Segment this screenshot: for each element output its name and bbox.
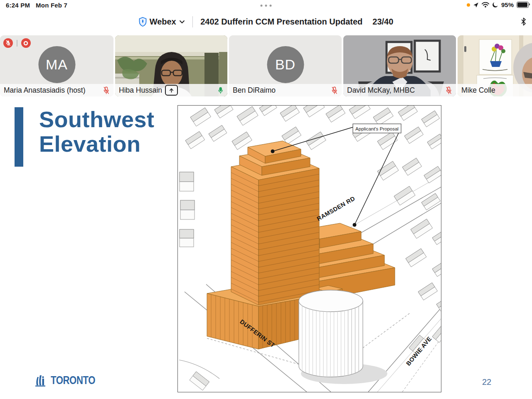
participant-name: David McKay, MHBC <box>347 86 415 95</box>
status-bar: 6:24 PMMon Feb 7 95% <box>0 0 532 12</box>
annotation-label: Applicant's Proposal <box>355 126 399 131</box>
avatar: MA <box>38 46 75 83</box>
participant-tile-david[interactable]: David McKay, MHBC <box>343 35 456 96</box>
participant-name: Maria Anastasiadis (host) <box>4 86 85 95</box>
status-icons: 95% <box>467 1 529 8</box>
slide-title-line2: Elevation <box>39 132 155 156</box>
proposal-tower <box>231 141 319 305</box>
muted-mic-icon <box>445 86 452 95</box>
slide-title-line1: Southwest <box>39 107 155 132</box>
name-bar: David McKay, MHBC <box>343 84 456 96</box>
status-date: Mon Feb 7 <box>36 2 67 9</box>
multitask-grabber-dots-icon[interactable] <box>261 5 272 7</box>
participant-tile-ben[interactable]: BD Ben DiRaimo <box>229 35 342 96</box>
meeting-title: 2402 Dufferin CCM Presentation Updated <box>200 17 362 27</box>
leader-dot-midrise <box>353 223 357 227</box>
meeting-header: Webex 2402 Dufferin CCM Presentation Upd… <box>0 13 532 30</box>
recording-indicator-icon <box>21 38 31 48</box>
toronto-logo: TORONTO <box>35 374 105 387</box>
header-divider <box>192 16 193 27</box>
chevron-down-icon <box>179 20 185 24</box>
participant-name: Hiba Hussain <box>119 86 162 95</box>
status-time: 6:24 PM <box>6 2 30 9</box>
participant-tile-mike[interactable]: Mike Colle <box>458 35 532 96</box>
focus-moon-icon <box>492 2 498 8</box>
name-bar: Ben DiRaimo <box>229 84 342 96</box>
slide-page-number: 22 <box>482 377 491 387</box>
title-accent-bar <box>15 107 23 167</box>
ipad-screen: 6:24 PMMon Feb 7 95% Webex <box>0 0 532 399</box>
wifi-icon <box>482 2 489 7</box>
active-mic-icon <box>217 86 224 95</box>
webex-menu[interactable]: Webex <box>139 17 185 27</box>
avatar-initials: MA <box>46 56 68 72</box>
participant-tile-hiba[interactable]: Hiba Hussain <box>115 35 227 96</box>
mic-muted-indicator-icon <box>3 38 13 48</box>
clock: 6:24 PMMon Feb 7 <box>6 2 67 9</box>
site-rendering-frame: Applicant's Proposal RAMSDEN RD DUFFERIN… <box>177 105 441 392</box>
participant-name: Ben DiRaimo <box>233 86 276 95</box>
indicator-divider <box>17 40 17 47</box>
toronto-wordmark: TORONTO <box>51 374 95 387</box>
app-name: Webex <box>150 17 176 27</box>
slide-counter: 23/40 <box>372 17 393 27</box>
avatar: BD <box>267 46 304 83</box>
webex-shield-icon <box>139 17 147 27</box>
screen-sharing-icon <box>165 85 178 96</box>
battery-icon <box>517 2 529 8</box>
name-bar: Hiba Hussain <box>115 84 227 96</box>
leader-dot-tower <box>271 150 275 153</box>
avatar-initials: BD <box>275 56 296 72</box>
muted-mic-icon <box>103 86 110 95</box>
location-arrow-icon <box>473 2 479 8</box>
shared-slide: Southwest Elevation <box>0 100 532 399</box>
slide-title: Southwest Elevation <box>39 107 155 167</box>
bluetooth-icon <box>521 17 526 26</box>
site-rendering: Applicant's Proposal RAMSDEN RD DUFFERIN… <box>178 106 441 392</box>
participant-strip: MA Maria Anastasiadis (host) <box>0 35 532 96</box>
name-bar: Maria Anastasiadis (host) <box>0 84 113 96</box>
mic-in-use-dot-icon <box>467 3 470 7</box>
participant-name: Mike Colle <box>461 86 495 95</box>
cylinder-building <box>299 290 363 377</box>
name-bar: Mike Colle <box>458 84 532 96</box>
slide-title-block: Southwest Elevation <box>15 107 155 167</box>
toronto-cityhall-icon <box>35 374 48 387</box>
participant-tile-maria[interactable]: MA Maria Anastasiadis (host) <box>0 35 113 96</box>
battery-percent: 95% <box>501 1 514 8</box>
muted-mic-icon <box>331 86 338 95</box>
